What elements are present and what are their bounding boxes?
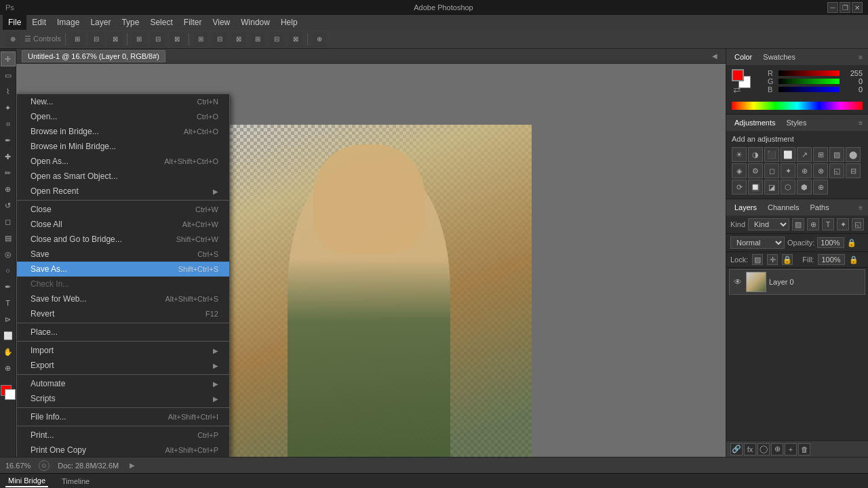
brush-tool[interactable]: ✏ (1, 165, 16, 180)
wand-tool[interactable]: ✦ (1, 100, 16, 115)
menu-type[interactable]: Type (116, 15, 144, 30)
type-filter[interactable]: T (822, 218, 834, 230)
color-panel-collapse[interactable]: ≡ (859, 54, 863, 61)
adj-levels[interactable]: ◑ (748, 147, 763, 162)
fill-input[interactable] (818, 254, 845, 265)
tab-timeline[interactable]: Timeline (59, 476, 92, 487)
foreground-color[interactable] (1, 385, 16, 400)
move-options-btn[interactable]: ⊕ (5, 32, 20, 47)
adj-filter[interactable]: ⊕ (807, 218, 819, 230)
tab-layers[interactable]: Layers (732, 202, 760, 213)
menu-item-save-web[interactable]: Save for Web... Alt+Shift+Ctrl+S (17, 291, 229, 306)
adj-half[interactable]: ◪ (764, 180, 779, 195)
menu-help[interactable]: Help (275, 15, 303, 30)
menu-item-open-recent[interactable]: Open Recent ▶ (17, 184, 229, 199)
adj-hue[interactable]: ⊞ (813, 147, 828, 162)
crop-tool[interactable]: ⌗ (1, 117, 16, 131)
distribute-right-btn[interactable]: ⊠ (231, 32, 246, 47)
adj-gradient-map[interactable]: ◱ (829, 163, 844, 178)
menu-item-place[interactable]: Place... (17, 325, 229, 340)
menu-item-save-as[interactable]: Save As... Shift+Ctrl+S (17, 262, 229, 277)
menu-item-browse-bridge[interactable]: Browse in Bridge... Alt+Ctrl+O (17, 124, 229, 139)
tab-color[interactable]: Color (732, 52, 755, 62)
color-spectrum[interactable] (732, 102, 863, 110)
menu-window[interactable]: Window (235, 15, 275, 30)
layers-panel-collapse[interactable]: ≡ (859, 204, 863, 211)
align-center-btn[interactable]: ⊟ (89, 32, 104, 47)
vector-filter[interactable]: ◱ (852, 218, 864, 230)
smart-filter[interactable]: ✦ (837, 218, 849, 230)
menu-item-close[interactable]: Close Ctrl+W (17, 202, 229, 217)
adj-exposure[interactable]: ⬜ (781, 147, 795, 162)
menu-item-close-bridge[interactable]: Close and Go to Bridge... Shift+Ctrl+W (17, 232, 229, 247)
menu-item-revert[interactable]: Revert F12 (17, 306, 229, 321)
clone-tool[interactable]: ⊕ (1, 182, 16, 197)
select-tool[interactable]: ▭ (1, 68, 16, 83)
menu-view[interactable]: View (207, 15, 235, 30)
adjustments-panel-collapse[interactable]: ≡ (859, 119, 863, 127)
align-middle-btn[interactable]: ⊟ (151, 32, 165, 47)
zoom-indicator[interactable]: ⊙ (39, 460, 50, 471)
tab-paths[interactable]: Paths (808, 202, 832, 213)
link-layers-btn[interactable]: 🔗 (730, 443, 743, 455)
gradient-tool[interactable]: ▤ (1, 230, 16, 245)
eyedropper-tool[interactable]: ✒ (1, 133, 16, 148)
adj-invert[interactable]: ✦ (781, 163, 795, 178)
collapse-panel-btn[interactable]: ◀ (709, 52, 720, 60)
distribute-left-btn[interactable]: ⊞ (193, 32, 208, 47)
adj-color-balance[interactable]: ▨ (829, 147, 844, 162)
canvas-viewport[interactable]: New... Ctrl+N Open... Ctrl+O Browse in B… (16, 64, 726, 457)
restore-button[interactable]: ❐ (840, 2, 850, 13)
layer-style-btn[interactable]: fx (744, 443, 756, 455)
menu-item-print[interactable]: Print... Ctrl+P (17, 428, 229, 443)
adj-grid[interactable]: 🔲 (748, 180, 763, 195)
move-tool[interactable]: ✛ (1, 52, 16, 66)
r-slider[interactable] (778, 70, 840, 76)
new-layer-btn[interactable]: + (785, 443, 797, 455)
menu-item-import[interactable]: Import ▶ (17, 343, 229, 358)
new-fill-layer-btn[interactable]: ⊕ (771, 443, 783, 455)
history-tool[interactable]: ↺ (1, 198, 16, 213)
blend-mode-dropdown[interactable]: Normal (730, 237, 785, 249)
close-button[interactable]: ✕ (852, 2, 863, 13)
distribute-mid-btn[interactable]: ⊟ (269, 32, 284, 47)
kind-dropdown[interactable]: Kind (748, 218, 789, 230)
doc-size-arrow[interactable]: ▶ (130, 462, 135, 469)
adj-posterize[interactable]: ⊕ (797, 163, 812, 178)
delete-layer-btn[interactable]: 🗑 (798, 443, 810, 455)
menu-item-automate[interactable]: Automate ▶ (17, 376, 229, 391)
hand-tool[interactable]: ✋ (1, 344, 16, 359)
layer-item[interactable]: 👁 Layer 0 (729, 269, 865, 295)
adj-hex[interactable]: ⬡ (781, 180, 795, 195)
layer-mask-btn[interactable]: ◯ (757, 443, 770, 455)
lasso-tool[interactable]: ⌇ (1, 84, 16, 99)
menu-file[interactable]: File (3, 15, 26, 30)
tab-mini-bridge[interactable]: Mini Bridge (5, 475, 48, 487)
align-right-btn[interactable]: ⊠ (108, 32, 123, 47)
adj-color-lookup[interactable]: ◻ (764, 163, 779, 178)
menu-image[interactable]: Image (52, 15, 85, 30)
tab-styles[interactable]: Styles (784, 117, 810, 128)
tab-channels[interactable]: Channels (765, 202, 802, 213)
menu-item-save[interactable]: Save Ctrl+S (17, 247, 229, 262)
adj-rotate[interactable]: ⟳ (732, 180, 747, 195)
minimize-button[interactable]: ─ (827, 2, 838, 13)
lock-pixels-btn[interactable]: ▨ (752, 254, 763, 265)
menu-filter[interactable]: Filter (178, 15, 208, 30)
pixel-filter[interactable]: ▨ (792, 218, 804, 230)
adj-hex2[interactable]: ⬢ (797, 180, 812, 195)
g-slider[interactable] (778, 79, 840, 84)
b-slider[interactable] (778, 87, 840, 92)
adj-threshold[interactable]: ⊗ (813, 163, 828, 178)
foreground-color-swatch[interactable] (732, 69, 744, 81)
adj-brightness[interactable]: ☀ (732, 147, 747, 162)
distribute-top-btn[interactable]: ⊞ (250, 32, 265, 47)
menu-item-open-as[interactable]: Open As... Alt+Shift+Ctrl+O (17, 154, 229, 169)
align-bottom-btn[interactable]: ⊠ (170, 32, 184, 47)
menu-item-file-info[interactable]: File Info... Alt+Shift+Ctrl+I (17, 409, 229, 424)
menu-item-export[interactable]: Export ▶ (17, 358, 229, 373)
menu-item-new[interactable]: New... Ctrl+N (17, 94, 229, 109)
menu-edit[interactable]: Edit (26, 15, 52, 30)
adj-channel-mixer[interactable]: ⚙ (748, 163, 763, 178)
menu-item-browse-mini-bridge[interactable]: Browse in Mini Bridge... (17, 139, 229, 154)
